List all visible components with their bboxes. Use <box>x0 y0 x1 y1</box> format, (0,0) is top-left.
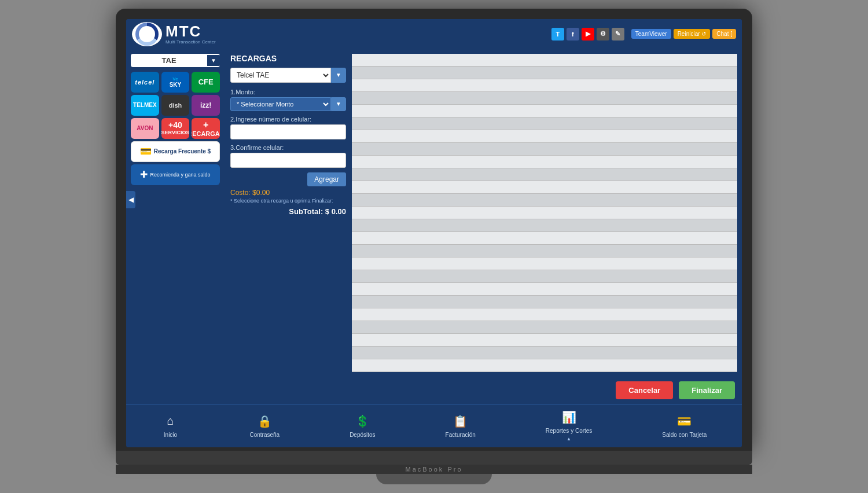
chat-button[interactable]: Chat [ <box>712 29 736 39</box>
cancelar-button[interactable]: Cancelar <box>616 381 673 399</box>
laptop-stand <box>376 474 492 484</box>
table-cell <box>609 257 737 270</box>
table-cell <box>609 207 737 219</box>
table-cell <box>352 168 480 181</box>
finalizar-button[interactable]: Finalizar <box>679 381 735 399</box>
table-row <box>352 156 737 168</box>
cfe-button[interactable]: CFE <box>192 72 220 93</box>
table-cell <box>480 67 609 79</box>
celular-label: 2.Ingrese número de celular: <box>230 116 346 123</box>
telcel-button[interactable]: telcel <box>131 72 159 93</box>
table-cell <box>609 168 737 181</box>
contrasena-icon: 🔒 <box>255 413 274 429</box>
monto-arrow-button[interactable]: ▼ <box>331 97 346 111</box>
dish-button[interactable]: dish <box>161 95 190 116</box>
avon-button[interactable]: AVON <box>131 118 159 139</box>
table-cell <box>352 283 480 296</box>
logo-text-wrap: MTC Multi Transaction Center <box>165 23 216 45</box>
section-title: RECARGAS <box>230 54 346 63</box>
nav-reportes-label: Reportes y Cortes <box>546 428 593 434</box>
table-cell <box>609 92 737 105</box>
agregar-button[interactable]: Agregar <box>307 172 346 186</box>
reiniciar-button[interactable]: Reiniciar ↺ <box>674 29 711 39</box>
table-row <box>352 54 737 67</box>
table-cell <box>609 296 737 308</box>
table-cell <box>352 232 480 245</box>
table-cell <box>480 117 609 130</box>
carrier-arrow-button[interactable]: ▼ <box>331 68 346 83</box>
logo-inner <box>139 26 155 42</box>
table-cell <box>480 79 609 92</box>
facebook-icon[interactable]: f <box>567 28 579 41</box>
confirme-label: 3.Confirme celular: <box>230 144 346 151</box>
carrier-select-wrap: Telcel TAE ▼ <box>230 68 346 83</box>
nav-reportes[interactable]: 📊 Reportes y Cortes ▲ <box>546 409 593 442</box>
nav-contrasena-label: Contraseña <box>249 432 279 438</box>
table-cell <box>352 105 480 117</box>
table-row <box>352 270 737 283</box>
table-cell <box>480 156 609 168</box>
table-cell <box>480 105 609 117</box>
table-cell <box>352 79 480 92</box>
recarga-frecuente-button[interactable]: 💳 Recarga Frecuente $ <box>131 141 220 162</box>
table-cell <box>352 156 480 168</box>
nav-inicio[interactable]: ⌂ Inicio <box>161 413 179 438</box>
table-cell <box>609 143 737 156</box>
settings-icon[interactable]: ⚙ <box>597 28 609 41</box>
top-bar: MTC Multi Transaction Center T f ▶ ⚙ ✎ T… <box>126 19 742 49</box>
izzi-button[interactable]: izz! <box>192 95 220 116</box>
facturacion-icon: 📋 <box>451 413 470 429</box>
table-cell <box>480 308 609 321</box>
edit-icon[interactable]: ✎ <box>612 28 624 41</box>
celular-input[interactable] <box>230 124 346 139</box>
table-row <box>352 181 737 194</box>
tae-dropdown[interactable]: TAE ▼ <box>131 54 220 67</box>
table-cell <box>609 79 737 92</box>
nav-saldo[interactable]: 💳 Saldo con Tarjeta <box>662 413 707 438</box>
telmex-button[interactable]: TELMEX <box>131 95 159 116</box>
nav-facturacion[interactable]: 📋 Facturación <box>446 413 476 438</box>
logo-ring <box>135 23 159 46</box>
table-row <box>352 117 737 130</box>
laptop-bottom <box>116 451 752 465</box>
macbook-label: MacBook Pro <box>116 465 752 474</box>
table-row <box>352 207 737 219</box>
table-cell <box>352 92 480 105</box>
sky-button[interactable]: Ve SKY <box>161 72 190 93</box>
table-cell <box>480 219 609 232</box>
sidebar-collapse-arrow[interactable]: ◀ <box>126 191 135 208</box>
subtotal-display: SubTotal: $ 0.00 <box>230 207 346 216</box>
mas40-button[interactable]: +40 SERVICIOS <box>161 118 190 139</box>
table-cell <box>609 130 737 143</box>
teamviewer-button[interactable]: TeamViewer <box>631 29 671 39</box>
table-row <box>352 334 737 347</box>
confirme-input[interactable] <box>230 153 346 168</box>
table-cell <box>480 321 609 334</box>
table-row <box>352 130 737 143</box>
table-cell <box>480 207 609 219</box>
monto-select[interactable]: * Seleccionar Monto <box>230 97 331 111</box>
table-row <box>352 347 737 359</box>
table-cell <box>480 245 609 257</box>
table-cell <box>352 54 480 67</box>
tae-dropdown-arrow[interactable]: ▼ <box>207 55 220 66</box>
table-cell <box>352 130 480 143</box>
nav-contrasena[interactable]: 🔒 Contraseña <box>249 413 279 438</box>
tae-label: TAE <box>131 54 207 67</box>
sidebar: TAE ▼ telcel Ve SKY CFE TELMEX dish izz! <box>126 49 225 377</box>
top-right-icons: T f ▶ ⚙ ✎ TeamViewer Reiniciar ↺ Chat [ <box>551 28 736 41</box>
table-row <box>352 92 737 105</box>
table-cell <box>480 168 609 181</box>
twitter-icon[interactable]: T <box>551 28 564 41</box>
reportes-icon: 📊 <box>560 409 578 425</box>
table-cell <box>352 181 480 194</box>
nav-inicio-label: Inicio <box>164 432 177 438</box>
nav-depositos[interactable]: 💲 Depósitos <box>350 413 375 438</box>
youtube-icon[interactable]: ▶ <box>582 28 594 41</box>
table-row <box>352 168 737 181</box>
table-cell <box>609 156 737 168</box>
recargas-button[interactable]: + RECARGAS <box>192 118 220 139</box>
logo-title: MTC <box>165 23 216 40</box>
recomienda-button[interactable]: ✚ Recomienda y gana saldo <box>131 164 220 185</box>
carrier-select[interactable]: Telcel TAE <box>230 68 331 83</box>
